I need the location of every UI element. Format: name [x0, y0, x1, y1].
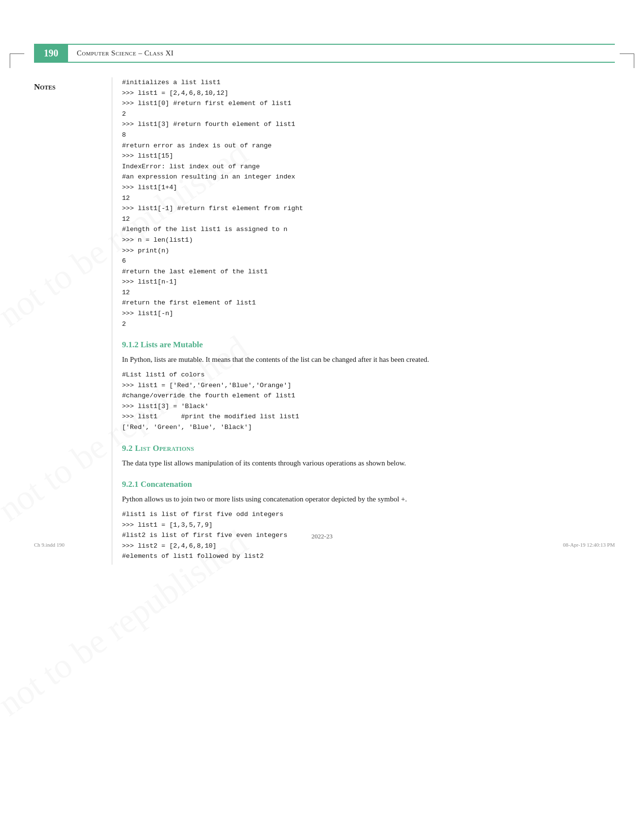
main-content: Notes #initializes a list list1 >>> list…	[34, 77, 615, 565]
footer-date: 08-Apr-19 12:40:13 PM	[563, 542, 615, 548]
list-ops-paragraph: The data type list allows manipulation o…	[122, 457, 615, 469]
page-header: 190 Computer Science – Class XI	[34, 44, 615, 63]
footer-year: 2022-23	[0, 533, 644, 540]
page-number: 190	[34, 44, 68, 63]
sidebar: Notes	[34, 77, 112, 565]
footer-file: Ch 9.indd 190	[34, 542, 65, 548]
content-area: #initializes a list list1 >>> list1 = [2…	[112, 77, 615, 565]
concat-paragraph: Python allows us to join two or more lis…	[122, 493, 615, 505]
header-title-text: Computer Science – Class XI	[77, 49, 174, 57]
code-block-1: #initializes a list list1 >>> list1 = [2…	[122, 77, 615, 329]
code-block-2: #List list1 of colors >>> list1 = ['Red'…	[122, 370, 615, 433]
mutable-paragraph: In Python, lists are mutable. It means t…	[122, 354, 615, 366]
section-heading-912: 9.1.2 Lists are Mutable	[122, 340, 615, 350]
section-heading-921: 9.2.1 Concatenation	[122, 480, 615, 489]
header-title: Computer Science – Class XI	[68, 44, 615, 63]
section-heading-92: 9.2 List Operations	[122, 444, 615, 453]
notes-label: Notes	[34, 82, 112, 92]
